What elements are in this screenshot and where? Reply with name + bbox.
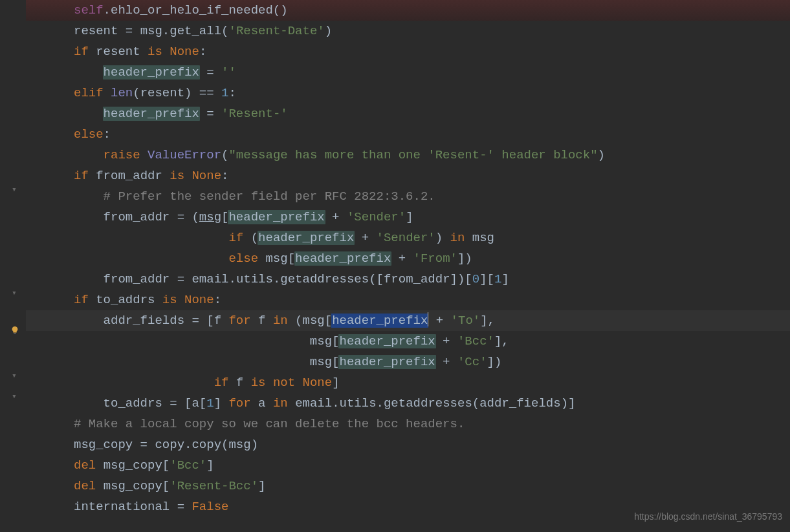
code-line: raise ValueError("message has more than … [26, 145, 790, 165]
code-line: header_prefix = '' [26, 62, 790, 83]
editor-gutter: ▾ ▾ ▾ ▾ [0, 0, 26, 532]
token-method: getaddresses [280, 272, 369, 286]
code-line: to_addrs = [a[1] for a in email.utils.ge… [26, 393, 790, 414]
code-line: else: [26, 124, 790, 145]
code-line: # Make a local copy so we can delete the… [26, 414, 790, 434]
token-keyword: in [450, 231, 465, 245]
token-string: 'From' [413, 251, 457, 266]
token-var: msg [265, 251, 287, 266]
token-string: 'Resent-' [221, 107, 288, 121]
code-line: resent = msg.get_all('Resent-Date') [26, 21, 790, 41]
token-var: copy [155, 438, 184, 452]
token-method: getaddresses [384, 396, 472, 410]
token-var-selected: header_prefix [331, 314, 428, 328]
svg-rect-0 [14, 333, 16, 334]
token-keyword: in [273, 314, 288, 328]
code-line-current: addr_fields = [f for f in (msg[header_pr… [26, 310, 790, 331]
token-var: header_prefix [228, 210, 325, 224]
token-none: None [192, 169, 221, 183]
token-method: get_all [170, 24, 221, 38]
token-var: header_prefix [258, 231, 355, 245]
token-string: 'Bcc' [170, 458, 206, 473]
token-method: ehlo_or_helo_if_needed [111, 3, 273, 17]
fold-icon[interactable]: ▾ [12, 180, 17, 200]
token-keyword: raise [104, 148, 140, 162]
token-string: 'Bcc' [457, 334, 494, 348]
token-var: from_addr [104, 272, 170, 286]
code-line: if to_addrs is None: [26, 290, 790, 310]
token-string: "message has more than one 'Resent-' hea… [228, 148, 597, 162]
token-class: ValueError [148, 148, 221, 162]
text-cursor [428, 312, 428, 326]
token-keyword: for [228, 396, 250, 410]
token-var: msg_copy [104, 458, 162, 473]
token-number: 1 [221, 86, 228, 100]
code-line: self.ehlo_or_helo_if_needed() [26, 0, 790, 21]
token-var: msg [310, 355, 332, 369]
token-keyword: if [228, 231, 243, 245]
code-line: elif len(resent) == 1: [26, 83, 790, 103]
code-line: if (header_prefix + 'Sender') in msg [26, 228, 790, 248]
fold-icon[interactable]: ▾ [12, 366, 17, 387]
token-method: copy [192, 438, 221, 452]
code-line: msg[header_prefix + 'Cc']) [26, 352, 790, 372]
token-var: utils [236, 272, 273, 286]
token-keyword: if [214, 376, 229, 390]
token-var: header_prefix [294, 251, 391, 266]
code-line: else msg[header_prefix + 'From']) [26, 248, 790, 269]
token-var: addr_fields [104, 314, 184, 328]
token-keyword: if [74, 293, 89, 307]
token-var: header_prefix [338, 355, 435, 369]
token-none: None [170, 45, 199, 59]
token-string: 'Sender' [347, 210, 406, 224]
token-keyword: elif [74, 86, 104, 100]
token-var: from_addr [104, 210, 170, 224]
token-var: msg [199, 210, 221, 224]
token-var: from_addr [384, 272, 450, 286]
token-comment: # Make a local copy so we can delete the… [74, 417, 465, 431]
token-var: a [258, 396, 265, 410]
token-var: to_addrs [104, 396, 162, 410]
token-var: msg [303, 314, 325, 328]
token-var: a [192, 396, 199, 410]
code-line: if from_addr is None: [26, 165, 790, 186]
fold-icon[interactable]: ▾ [12, 387, 17, 407]
token-string: 'Sender' [377, 231, 435, 245]
token-keyword: del [74, 458, 96, 473]
token-keyword: is [251, 376, 266, 390]
token-keyword: is [170, 169, 184, 183]
token-var: msg [472, 231, 494, 245]
lightbulb-icon[interactable] [10, 326, 19, 335]
token-var: from_addr [96, 169, 162, 183]
token-keyword: if [74, 45, 89, 59]
token-false: False [192, 500, 228, 514]
token-var: header_prefix [103, 107, 200, 121]
token-var: msg_copy [104, 479, 162, 493]
code-line: if resent is None: [26, 41, 790, 62]
token-var: header_prefix [103, 65, 200, 80]
token-string: 'Resent-Date' [229, 24, 325, 38]
token-var: f [214, 314, 221, 328]
token-var: msg [310, 334, 332, 348]
token-var: international [74, 500, 170, 514]
token-var: msg [140, 24, 162, 38]
token-var: header_prefix [338, 334, 435, 348]
token-var: msg_copy [74, 438, 133, 452]
token-var: addr_fields [479, 396, 560, 410]
token-string: 'To' [451, 314, 481, 328]
code-line: msg[header_prefix + 'Bcc'], [26, 331, 790, 352]
code-line: del msg_copy['Resent-Bcc'] [26, 476, 790, 496]
token-none: None [303, 376, 333, 390]
token-string: 'Resent-Bcc' [170, 479, 258, 493]
token-none: None [184, 293, 214, 307]
code-content[interactable]: self.ehlo_or_helo_if_needed() resent = m… [26, 0, 790, 532]
code-line: del msg_copy['Bcc'] [26, 455, 790, 476]
token-var: msg [228, 438, 250, 452]
code-line: from_addr = (msg[header_prefix + 'Sender… [26, 207, 790, 228]
token-keyword: is [162, 293, 177, 307]
token-var: utils [340, 396, 377, 410]
token-keyword: is [148, 45, 162, 59]
token-keyword: for [228, 314, 250, 328]
fold-icon[interactable]: ▾ [12, 283, 17, 304]
token-var: email [192, 272, 228, 286]
